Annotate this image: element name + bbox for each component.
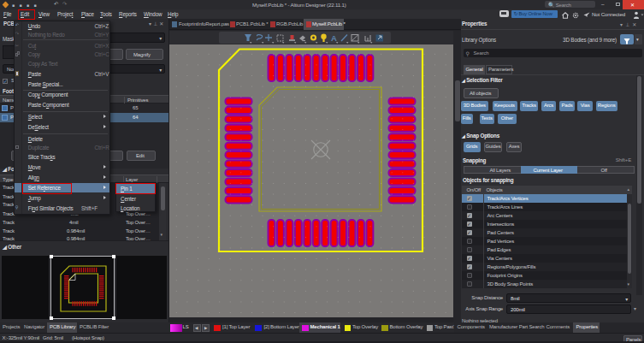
svg-text:A: A (331, 33, 337, 43)
